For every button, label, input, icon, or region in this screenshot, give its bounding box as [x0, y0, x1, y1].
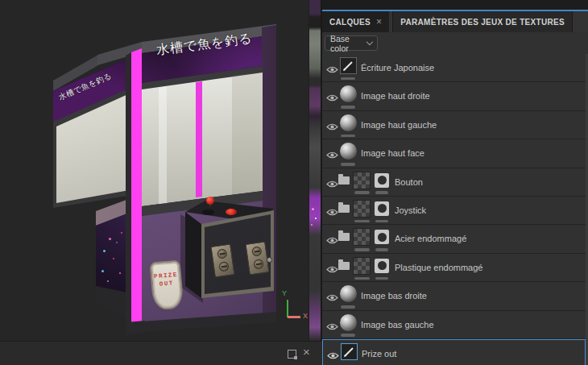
layer-row-bouton[interactable]: Bouton — [322, 168, 586, 197]
layer-mini-bar — [375, 220, 388, 223]
layer-row-plastique-endommage[interactable]: Plastique endommagé — [322, 254, 586, 282]
folder-content-thumbnail[interactable] — [353, 200, 371, 218]
folder-content-thumbnail[interactable] — [353, 228, 371, 246]
visibility-eye-icon[interactable] — [326, 263, 338, 272]
tab-label: PARAMÈTRES DES JEUX DE TEXTURES — [400, 18, 565, 27]
axis-x-label: X — [303, 312, 308, 320]
folder-content-thumbnail[interactable] — [353, 172, 371, 189]
red-button — [226, 209, 237, 215]
layer-mini-bar — [341, 106, 355, 109]
panel-tab-bar: CALQUES × PARAMÈTRES DES JEUX DE TEXTURE… — [322, 11, 588, 32]
layer-mini-bar — [341, 305, 355, 309]
keyhole — [267, 257, 272, 263]
joystick-ball — [206, 197, 214, 205]
channel-selector-value: Base color — [330, 34, 367, 53]
layer-row-prize-out[interactable]: Prize out — [322, 339, 586, 365]
visibility-eye-icon[interactable] — [326, 205, 338, 214]
layer-label: Bouton — [395, 177, 423, 187]
layer-list: Écriture Japonaise Image haut droite Ima… — [322, 54, 586, 365]
visibility-eye-icon[interactable] — [326, 320, 338, 329]
layer-mini-bar — [354, 220, 370, 223]
layer-label: Acier endommagé — [395, 234, 466, 243]
fill-layer-thumbnail[interactable] — [340, 85, 357, 102]
mask-thumbnail[interactable] — [375, 259, 389, 273]
folder-icon — [338, 176, 350, 185]
layer-label: Plastique endommagé — [395, 263, 482, 272]
layer-row-image-bas-gauche[interactable]: Image bas gauche — [322, 311, 586, 339]
visibility-eye-icon[interactable] — [326, 234, 338, 243]
layer-label: Image bas droite — [361, 291, 427, 301]
layer-mini-bar — [375, 277, 388, 280]
layer-row-image-haut-droite[interactable]: Image haut droite — [322, 82, 586, 110]
tab-parametres-jeux-textures[interactable]: PARAMÈTRES DES JEUX DE TEXTURES — [392, 11, 573, 32]
layers-panel: CALQUES × PARAMÈTRES DES JEUX DE TEXTURE… — [322, 0, 588, 365]
layer-mini-bar — [341, 334, 355, 337]
panel-toolbar: Base color — [322, 32, 588, 54]
layer-row-image-bas-droite[interactable]: Image bas droite — [322, 282, 586, 310]
layer-row-ecriture-japonaise[interactable]: Écriture Japonaise — [322, 54, 586, 82]
folder-icon — [338, 233, 350, 241]
folder-icon — [338, 262, 350, 270]
fill-layer-thumbnail[interactable] — [340, 114, 357, 131]
layer-mini-bar — [354, 191, 370, 194]
mask-thumbnail[interactable] — [375, 230, 389, 244]
layer-label: Image haut droite — [361, 91, 430, 101]
float-view-icon[interactable] — [288, 350, 296, 359]
tab-label: CALQUES — [329, 18, 371, 27]
visibility-eye-icon[interactable] — [326, 291, 338, 300]
layer-row-acier-endommage[interactable]: Acier endommagé — [322, 225, 586, 253]
visibility-eye-icon[interactable] — [326, 91, 338, 100]
layer-row-image-haut-face[interactable]: Image haut face — [322, 139, 586, 168]
layer-row-image-haut-gauche[interactable]: Image haut gauche — [322, 111, 586, 139]
folder-icon — [338, 205, 350, 213]
fill-layer-thumbnail[interactable] — [340, 285, 357, 302]
visibility-eye-icon[interactable] — [327, 349, 339, 358]
viewport-2d-strip[interactable] — [308, 0, 323, 341]
folder-content-thumbnail[interactable] — [353, 257, 371, 275]
viewport-3d[interactable]: PRIZE OUT 水槽で魚を釣る 水槽で魚を釣る Y X — [0, 0, 308, 341]
mask-thumbnail[interactable] — [375, 173, 389, 188]
layer-row-joystick[interactable]: Joystick — [322, 197, 586, 225]
tab-close-icon[interactable]: × — [376, 16, 382, 27]
layer-mini-bar — [341, 163, 355, 166]
layer-mini-bar — [341, 135, 355, 138]
visibility-eye-icon[interactable] — [326, 63, 338, 72]
layer-label: Écriture Japonaise — [361, 63, 434, 73]
paint-layer-thumbnail[interactable] — [340, 57, 357, 74]
tab-calques[interactable]: CALQUES × — [322, 11, 389, 32]
layer-label: Joystick — [395, 205, 426, 215]
viewport-bottom-bar — [0, 341, 322, 365]
fill-layer-thumbnail[interactable] — [340, 143, 357, 160]
visibility-eye-icon[interactable] — [326, 148, 338, 157]
visibility-eye-icon[interactable] — [326, 120, 338, 129]
layer-label: Prize out — [362, 349, 396, 359]
layer-label: Image haut face — [361, 148, 424, 158]
coin-plate-right — [245, 241, 269, 275]
layer-mini-bar — [341, 77, 355, 81]
close-icon[interactable]: × — [303, 346, 310, 358]
visibility-eye-icon[interactable] — [326, 177, 338, 186]
channel-selector[interactable]: Base color — [325, 35, 378, 51]
paint-layer-thumbnail[interactable] — [341, 343, 358, 360]
layer-mini-bar — [354, 277, 370, 280]
layer-mini-bar — [375, 191, 388, 194]
mask-thumbnail[interactable] — [375, 201, 389, 216]
layer-mini-bar — [375, 248, 388, 251]
panel-top-strip — [322, 0, 588, 10]
axis-y-line — [287, 300, 288, 317]
axis-x-line — [288, 316, 300, 318]
layer-label: Image bas gauche — [361, 320, 434, 330]
layer-mini-bar — [354, 248, 370, 251]
axis-y-label: Y — [282, 289, 287, 297]
coin-plate-left — [210, 243, 234, 277]
layer-label: Image haut gauche — [361, 120, 437, 130]
fill-layer-thumbnail[interactable] — [340, 314, 357, 331]
